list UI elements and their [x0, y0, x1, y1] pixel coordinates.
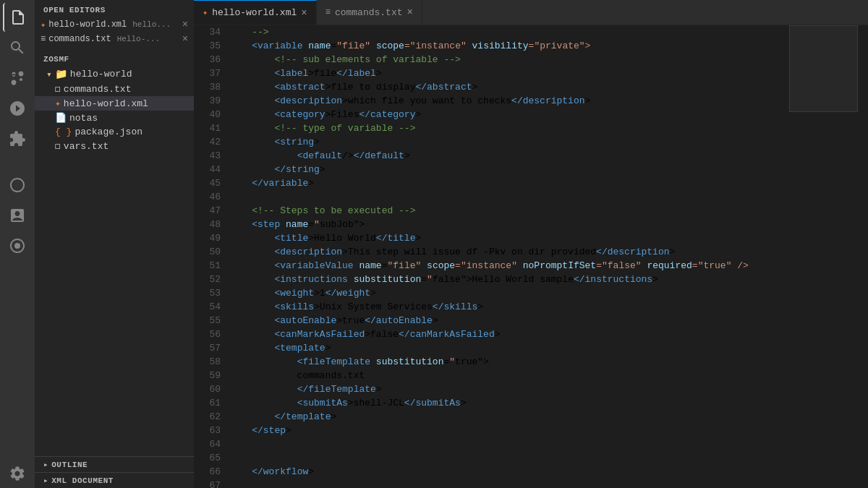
package-json-label: package.json: [75, 127, 142, 137]
search-icon[interactable]: [3, 33, 32, 62]
commands-txt-item[interactable]: ◻ commands.txt: [35, 82, 194, 96]
tab-bar: ✦ hello-world.xml × ≡ commands.txt ×: [194, 0, 868, 25]
line-number: 60: [203, 382, 221, 396]
zowe2-icon[interactable]: [3, 201, 32, 230]
line-number: 53: [203, 286, 221, 300]
tab-commands-close[interactable]: ×: [407, 7, 413, 18]
activity-bar: [0, 0, 35, 488]
tab-txt-icon: ≡: [326, 7, 331, 17]
open-editor-filename: hello-world.xml: [48, 20, 127, 30]
outline-label: OUTLINE: [51, 461, 88, 469]
line-number: 54: [203, 300, 221, 314]
settings-icon[interactable]: [3, 459, 32, 488]
debug-icon[interactable]: [3, 94, 32, 123]
code-line: [229, 190, 789, 204]
code-line: <weight>1</weight>: [229, 286, 789, 300]
hello-world-xml-label: hello-world.xml: [64, 98, 148, 109]
code-line: </variable>: [229, 176, 789, 190]
tab-commands-label: commands.txt: [335, 7, 403, 18]
line-number: 47: [203, 204, 221, 218]
line-number: 44: [203, 163, 221, 176]
hello-world-folder[interactable]: ▾ 📁 hello-world: [35, 67, 194, 82]
package-json-item[interactable]: { } package.json: [35, 125, 194, 139]
line-number: 35: [203, 39, 221, 53]
code-editor[interactable]: 3435363738394041424344454647484950515253…: [194, 25, 789, 488]
line-number: 62: [203, 410, 221, 424]
close-editor-button[interactable]: ×: [179, 19, 191, 30]
line-number: 52: [203, 273, 221, 286]
code-line: [229, 479, 789, 488]
line-number: 64: [203, 437, 221, 451]
zosmf-title: ZOSMF: [35, 49, 194, 67]
code-line: <title>Hello World</title>: [229, 231, 789, 245]
open-editor-commands[interactable]: ≡ commands.txt Hello-... ×: [35, 32, 194, 46]
tab-commands[interactable]: ≡ commands.txt ×: [317, 0, 422, 25]
outline-section[interactable]: ▸ OUTLINE: [35, 456, 194, 472]
tab-hello-world[interactable]: ✦ hello-world.xml ×: [194, 0, 317, 25]
notas-folder-icon: 📄: [55, 112, 67, 124]
extensions-icon[interactable]: [3, 124, 32, 153]
line-number: 40: [203, 108, 221, 121]
xml-doc-label: XML DOCUMENT: [51, 476, 114, 485]
code-line: commands.txt: [229, 369, 789, 382]
line-number: 55: [203, 314, 221, 328]
tab-hello-world-label: hello-world.xml: [212, 7, 297, 18]
tab-xml-icon: ✦: [203, 7, 208, 18]
hello-world-xml-item[interactable]: ✦ hello-world.xml: [35, 96, 194, 111]
code-line: <label>file</label>: [229, 67, 789, 80]
code-content: 3435363738394041424344454647484950515253…: [194, 25, 789, 488]
folder-label: hello-world: [70, 69, 132, 80]
editor-area: 3435363738394041424344454647484950515253…: [194, 25, 868, 488]
code-line: [229, 451, 789, 465]
code-line: </fileTemplate>: [229, 382, 789, 396]
code-line: </step>: [229, 424, 789, 437]
open-editors-title: OPEN EDITORS: [35, 0, 194, 17]
line-number: 43: [203, 149, 221, 163]
code-line: <canMarkAsFailed>false</canMarkAsFailed>: [229, 328, 789, 341]
code-line: <step name="subJob">: [229, 218, 789, 231]
code-line: <variableValue name="file" scope="instan…: [229, 259, 789, 273]
line-number: 63: [203, 424, 221, 437]
line-number: 36: [203, 53, 221, 67]
scrollbar-track[interactable]: [858, 25, 868, 488]
xml-document-section[interactable]: ▸ XML DOCUMENT: [35, 472, 194, 488]
line-numbers: 3435363738394041424344454647484950515253…: [194, 25, 226, 488]
outline-chevron: ▸: [43, 460, 48, 469]
zowe-icon[interactable]: [3, 171, 32, 200]
line-number: 48: [203, 218, 221, 231]
close-commands-button[interactable]: ×: [179, 33, 191, 45]
vars-txt-item[interactable]: ◻ vars.txt: [35, 139, 194, 153]
package-icon: { }: [55, 127, 72, 137]
line-number: 41: [203, 121, 221, 135]
files-icon[interactable]: [3, 3, 32, 32]
tab-hello-close[interactable]: ×: [301, 7, 307, 19]
line-number: 65: [203, 451, 221, 465]
line-number: 42: [203, 135, 221, 149]
commands-txt-label: commands.txt: [64, 84, 132, 95]
line-number: 34: [203, 25, 221, 39]
minimap: [789, 25, 858, 488]
code-line: </workflow>: [229, 465, 789, 479]
open-editor-path: hello...: [132, 20, 171, 29]
line-number: 46: [203, 190, 221, 204]
code-line: <abstract>file to display</abstract>: [229, 80, 789, 94]
svg-point-0: [14, 243, 20, 249]
code-line: -->: [229, 25, 789, 39]
code-line: <description>This step will issue df -Pk…: [229, 245, 789, 259]
line-number: 67: [203, 479, 221, 488]
line-number: 51: [203, 259, 221, 273]
minimap-slider[interactable]: [789, 25, 858, 112]
open-editor-hello-world[interactable]: ✦ hello-world.xml hello... ×: [35, 17, 194, 32]
code-line: <!-- type of variable -->: [229, 121, 789, 135]
code-line: <autoEnable>true</autoEnable>: [229, 314, 789, 328]
code-line: [229, 437, 789, 451]
zowe3-icon[interactable]: [3, 231, 32, 260]
code-line: </template>: [229, 410, 789, 424]
line-number: 45: [203, 176, 221, 190]
code-line: <instructions substitution="false">Hello…: [229, 273, 789, 286]
line-number: 57: [203, 341, 221, 355]
line-number: 59: [203, 369, 221, 382]
source-control-icon[interactable]: [3, 64, 32, 93]
notas-item[interactable]: 📄 notas: [35, 111, 194, 125]
sidebar: OPEN EDITORS ✦ hello-world.xml hello... …: [35, 0, 194, 488]
